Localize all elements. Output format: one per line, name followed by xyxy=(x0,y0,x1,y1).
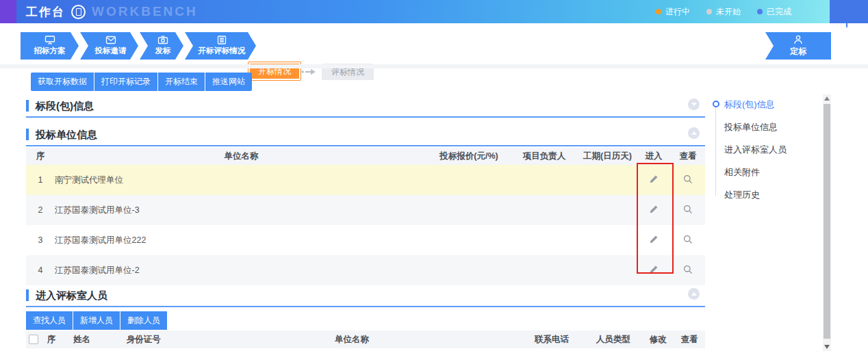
scroll-down-arrow-icon[interactable] xyxy=(824,345,830,349)
fetch-open-bid-data-button[interactable]: 获取开标数据 xyxy=(31,73,94,91)
col-enter: 进入 xyxy=(637,151,671,162)
section-package-info: 标段(包)信息 xyxy=(26,100,705,118)
person-table-header: 序 姓名 身份证号 单位名称 联系电话 人员类型 修改 查看 xyxy=(26,330,705,348)
pencil-icon xyxy=(649,235,659,244)
header-accent-block xyxy=(0,0,16,23)
magnifier-icon xyxy=(683,174,693,184)
bidder-table-header: 序 单位名称 投标报价(元/%) 项目负责人 工期(日历天) 进入 查看 xyxy=(26,148,705,165)
view-button[interactable] xyxy=(683,174,693,184)
legend-completed-label: 已完成 xyxy=(767,6,791,18)
table-row[interactable]: 1 南宁测试代理单位 xyxy=(26,165,705,195)
nav-label: 进入评标室人员 xyxy=(724,144,787,156)
collapse-section-room-button[interactable] xyxy=(688,288,700,300)
step-label: 开标评标情况 xyxy=(199,46,246,56)
chevron-up-icon xyxy=(691,131,697,135)
cell-unit-name: 江苏国泰测试用单位-3 xyxy=(55,205,428,216)
legend-in-progress-label: 进行中 xyxy=(665,6,690,18)
cell-seq: 3 xyxy=(26,235,55,245)
status-legend: 进行中 未开始 已完成 xyxy=(656,0,791,23)
nav-label: 处理历史 xyxy=(724,189,760,201)
pencil-icon xyxy=(649,205,659,214)
section-evaluation-room: 进入评标室人员 xyxy=(26,289,705,307)
step-award-bid[interactable]: 定标 xyxy=(765,32,831,60)
add-person-button[interactable]: 新增人员 xyxy=(73,311,120,330)
collapse-section-package-button[interactable] xyxy=(688,99,700,110)
vertical-scrollbar[interactable] xyxy=(823,94,831,351)
select-all-checkbox[interactable] xyxy=(29,335,38,344)
col-duration: 工期(日历天) xyxy=(578,151,637,162)
brand: 工作台 WORKBENCH xyxy=(26,0,198,23)
table-row[interactable]: 4 江苏国泰测试用单位-2 xyxy=(26,255,705,285)
process-steps: 招标方案 投标邀请 发标 开标评标情况 xyxy=(21,32,256,60)
document-icon xyxy=(216,36,227,44)
nav-label: 相关附件 xyxy=(724,166,760,179)
view-button[interactable] xyxy=(683,235,693,244)
table-row[interactable]: 2 江苏国泰测试用单位-3 xyxy=(26,195,705,225)
section-title: 进入评标室人员 xyxy=(26,289,705,301)
camera-icon xyxy=(157,36,168,44)
nav-item-evaluation-room[interactable]: 进入评标室人员 xyxy=(712,138,815,161)
print-open-bid-record-button[interactable]: 打印开标记录 xyxy=(94,73,157,91)
col-id-number: 身份证号 xyxy=(103,334,185,346)
nav-label: 标段(包)信息 xyxy=(724,99,775,111)
enter-edit-button[interactable] xyxy=(649,235,659,244)
person-icon xyxy=(793,35,804,44)
section-bidder-info: 投标单位信息 xyxy=(26,129,705,146)
bidder-table: 序 单位名称 投标报价(元/%) 项目负责人 工期(日历天) 进入 查看 1 南… xyxy=(26,148,705,285)
enter-edit-button[interactable] xyxy=(649,205,659,214)
step-issue-bid[interactable]: 发标 xyxy=(140,32,183,60)
nav-item-attachments[interactable]: 相关附件 xyxy=(712,161,815,183)
delete-person-button[interactable]: 删除人员 xyxy=(120,311,167,330)
view-button[interactable] xyxy=(683,265,693,274)
anchor-nav: 标段(包)信息 投标单位信息 进入评标室人员 相关附件 处理历史 xyxy=(712,93,815,206)
monitor-icon xyxy=(44,36,55,44)
in-progress-dot-icon xyxy=(656,9,661,14)
section-underline xyxy=(26,145,705,146)
process-toolbar: 招标方案 投标邀请 发标 开标评标情况 xyxy=(0,27,868,65)
view-button[interactable] xyxy=(683,205,693,214)
push-to-website-button[interactable]: 推送网站 xyxy=(205,73,252,91)
chevron-up-icon xyxy=(691,292,697,296)
magnifier-icon xyxy=(683,265,693,274)
chevron-down-icon xyxy=(691,103,697,106)
nav-item-bidder-info[interactable]: 投标单位信息 xyxy=(712,116,815,138)
not-started-dot-icon xyxy=(706,9,712,14)
section-title: 投标单位信息 xyxy=(26,129,705,140)
col-view: 查看 xyxy=(674,334,705,346)
scrollbar-thumb[interactable] xyxy=(824,104,830,339)
nav-label: 投标单位信息 xyxy=(724,121,778,133)
step-bid-plan[interactable]: 招标方案 xyxy=(21,32,79,60)
cell-unit-name: 南宁测试代理单位 xyxy=(55,174,428,186)
legend-not-started: 未开始 xyxy=(706,6,741,18)
step-bid-invitation[interactable]: 投标邀请 xyxy=(80,32,138,60)
scroll-up-arrow-icon[interactable] xyxy=(824,96,830,101)
cell-seq: 2 xyxy=(26,205,55,215)
cell-seq: 4 xyxy=(26,265,55,275)
section-underline xyxy=(26,306,705,307)
enter-edit-button[interactable] xyxy=(649,174,659,184)
cell-unit-name: 江苏国泰测试用单位222 xyxy=(55,235,428,246)
col-seq: 序 xyxy=(26,151,55,162)
legend-not-started-label: 未开始 xyxy=(716,6,741,18)
table-row[interactable]: 3 江苏国泰测试用单位222 xyxy=(26,225,705,255)
section-title: 标段(包)信息 xyxy=(26,100,705,112)
col-person-type: 人员类型 xyxy=(584,334,642,346)
app-subtitle: WORKBENCH xyxy=(92,4,198,19)
completed-dot-icon xyxy=(757,9,763,14)
nav-item-history[interactable]: 处理历史 xyxy=(712,183,815,206)
mail-icon xyxy=(105,36,116,44)
col-project-manager: 项目负责人 xyxy=(510,151,578,162)
magnifier-icon xyxy=(683,235,693,244)
step-open-eval-status[interactable]: 开标评标情况 xyxy=(185,32,256,60)
toolbar-divider xyxy=(0,64,868,68)
find-person-button[interactable]: 查找人员 xyxy=(26,311,73,330)
col-view: 查看 xyxy=(671,151,705,162)
enter-edit-button[interactable] xyxy=(649,265,659,274)
end-open-bid-button[interactable]: 开标结束 xyxy=(158,73,205,91)
flow-arrow-icon xyxy=(301,68,316,75)
col-bid-price: 投标报价(元/%) xyxy=(428,151,510,162)
collapse-section-bidder-button[interactable] xyxy=(688,127,700,139)
nav-item-package-info[interactable]: 标段(包)信息 xyxy=(712,93,815,116)
section-underline xyxy=(26,116,705,118)
cell-unit-name: 江苏国泰测试用单位-2 xyxy=(55,265,428,276)
